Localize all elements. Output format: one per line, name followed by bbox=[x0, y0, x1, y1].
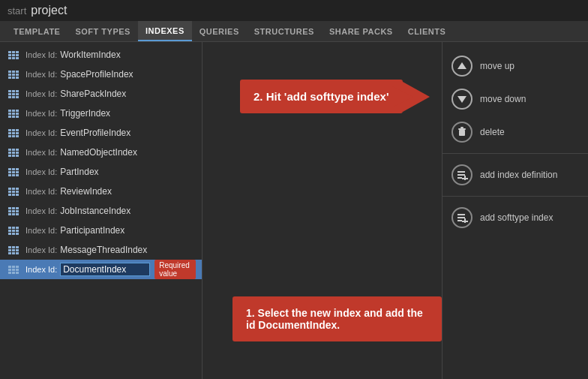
grid-icon bbox=[6, 146, 21, 158]
nav-bar: TEMPLATE SOFT TYPES INDEXES QUERIES STRU… bbox=[0, 21, 588, 42]
trash-icon bbox=[452, 122, 472, 143]
row-label: Index Id: bbox=[26, 70, 57, 79]
list-item[interactable]: Index Id: SharePackIndex bbox=[0, 84, 202, 104]
svg-marker-1 bbox=[458, 96, 466, 103]
list-item[interactable]: Index Id: PartIndex bbox=[0, 162, 202, 182]
move-up-label: move up bbox=[480, 61, 514, 71]
svg-rect-4 bbox=[460, 127, 464, 128]
add-softtype-index-label: add softtype index bbox=[480, 212, 553, 223]
annotation-2-body: Hit 'add softtype index' bbox=[266, 90, 389, 103]
list-item-selected[interactable]: Index Id: Required value bbox=[0, 260, 202, 279]
row-label: Index Id: bbox=[26, 128, 57, 137]
sidebar-panel: move up move down delete bbox=[442, 42, 588, 379]
center-area: 2. Hit 'add softtype index' 1. Select th… bbox=[202, 42, 442, 379]
row-value: NamedObjectIndex bbox=[60, 147, 137, 158]
sidebar-divider-1 bbox=[442, 153, 588, 154]
row-value: PartIndex bbox=[60, 167, 98, 177]
grid-icon bbox=[6, 127, 21, 139]
list-item[interactable]: Index Id: WorkItemIndex bbox=[0, 45, 202, 65]
index-id-input[interactable] bbox=[60, 263, 150, 276]
row-label: Index Id: bbox=[26, 265, 57, 274]
nav-clients[interactable]: CLIENTS bbox=[400, 21, 454, 41]
svg-rect-3 bbox=[458, 128, 466, 130]
row-label: Index Id: bbox=[26, 206, 57, 215]
index-list: Index Id: WorkItemIndex Index Id: SpaceP… bbox=[0, 42, 202, 379]
title-start: start bbox=[8, 5, 26, 17]
list-item[interactable]: Index Id: ReviewIndex bbox=[0, 182, 202, 201]
title-bar: start project bbox=[0, 0, 588, 21]
required-badge: Required value bbox=[154, 260, 196, 279]
svg-rect-14 bbox=[462, 221, 468, 222]
annotation-1-body: Select the new index and add the id Docu… bbox=[246, 307, 423, 331]
nav-indexes[interactable]: INDEXES bbox=[138, 21, 192, 41]
nav-share-packs[interactable]: SHARE PACKS bbox=[322, 21, 400, 41]
annotation-1-text: 1. bbox=[246, 307, 255, 319]
add-list-icon bbox=[452, 164, 472, 185]
nav-template[interactable]: TEMPLATE bbox=[6, 21, 68, 41]
down-arrow-icon bbox=[452, 89, 472, 110]
row-value: SharePackIndex bbox=[60, 89, 126, 99]
list-item[interactable]: Index Id: EventProfileIndex bbox=[0, 123, 202, 143]
row-value: SpaceProfileIndex bbox=[60, 69, 133, 80]
sidebar-divider-2 bbox=[442, 196, 588, 197]
svg-rect-7 bbox=[458, 177, 462, 179]
move-up-button[interactable]: move up bbox=[442, 50, 588, 83]
row-value: ParticipantIndex bbox=[60, 225, 124, 236]
nav-structures[interactable]: STRUCTURES bbox=[247, 21, 322, 41]
svg-rect-6 bbox=[458, 174, 465, 176]
grid-icon bbox=[6, 166, 21, 178]
row-label: Index Id: bbox=[26, 187, 57, 196]
row-label: Index Id: bbox=[26, 245, 57, 254]
row-label: Index Id: bbox=[26, 50, 57, 59]
grid-icon bbox=[6, 49, 21, 61]
row-label: Index Id: bbox=[26, 109, 57, 118]
nav-queries[interactable]: QUERIES bbox=[192, 21, 247, 41]
row-label: Index Id: bbox=[26, 148, 57, 157]
move-down-label: move down bbox=[480, 94, 526, 104]
move-down-button[interactable]: move down bbox=[442, 83, 588, 116]
grid-icon bbox=[6, 107, 21, 119]
delete-button[interactable]: delete bbox=[442, 116, 588, 149]
row-label: Index Id: bbox=[26, 226, 57, 235]
grid-icon bbox=[6, 244, 21, 256]
list-item[interactable]: Index Id: TriggerIndex bbox=[0, 104, 202, 123]
row-value: EventProfileIndex bbox=[60, 128, 130, 138]
svg-rect-5 bbox=[458, 171, 465, 173]
add-list-2-icon bbox=[452, 207, 472, 228]
add-softtype-index-button[interactable]: add softtype index bbox=[442, 201, 588, 234]
svg-rect-11 bbox=[458, 217, 465, 218]
add-index-definition-button[interactable]: add index definition bbox=[442, 158, 588, 191]
row-label: Index Id: bbox=[26, 167, 57, 176]
row-value: TriggerIndex bbox=[60, 108, 110, 119]
delete-label: delete bbox=[480, 127, 505, 137]
grid-icon bbox=[6, 224, 21, 236]
row-value: JobInstanceIndex bbox=[60, 206, 130, 216]
grid-icon bbox=[6, 185, 21, 197]
nav-soft-types[interactable]: SOFT TYPES bbox=[68, 21, 137, 41]
grid-icon bbox=[6, 68, 21, 80]
add-index-definition-label: add index definition bbox=[480, 170, 557, 180]
svg-rect-12 bbox=[458, 220, 462, 221]
annotation-1: 1. Select the new index and add the id D… bbox=[232, 296, 442, 341]
up-arrow-icon bbox=[452, 56, 472, 77]
list-item[interactable]: Index Id: NamedObjectIndex bbox=[0, 143, 202, 162]
svg-marker-0 bbox=[458, 62, 466, 69]
list-item[interactable]: Index Id: JobInstanceIndex bbox=[0, 201, 202, 221]
row-value: WorkItemIndex bbox=[60, 50, 120, 60]
list-item[interactable]: Index Id: SpaceProfileIndex bbox=[0, 65, 202, 84]
main-area: Index Id: WorkItemIndex Index Id: SpaceP… bbox=[0, 42, 588, 379]
annotation-2: 2. Hit 'add softtype index' bbox=[240, 80, 403, 113]
row-value: ReviewIndex bbox=[60, 186, 112, 197]
title-project: project bbox=[31, 4, 67, 17]
svg-rect-2 bbox=[459, 130, 465, 136]
row-value: MessageThreadIndex bbox=[60, 245, 147, 255]
grid-icon bbox=[6, 263, 21, 275]
annotation-2-text: 2. bbox=[254, 90, 263, 103]
grid-icon bbox=[6, 205, 21, 217]
grid-icon bbox=[6, 88, 21, 100]
list-item[interactable]: Index Id: ParticipantIndex bbox=[0, 221, 202, 240]
list-item[interactable]: Index Id: MessageThreadIndex bbox=[0, 240, 202, 260]
overlay: 2. Hit 'add softtype index' 1. Select th… bbox=[202, 42, 442, 379]
svg-rect-9 bbox=[462, 178, 468, 179]
row-label: Index Id: bbox=[26, 89, 57, 98]
